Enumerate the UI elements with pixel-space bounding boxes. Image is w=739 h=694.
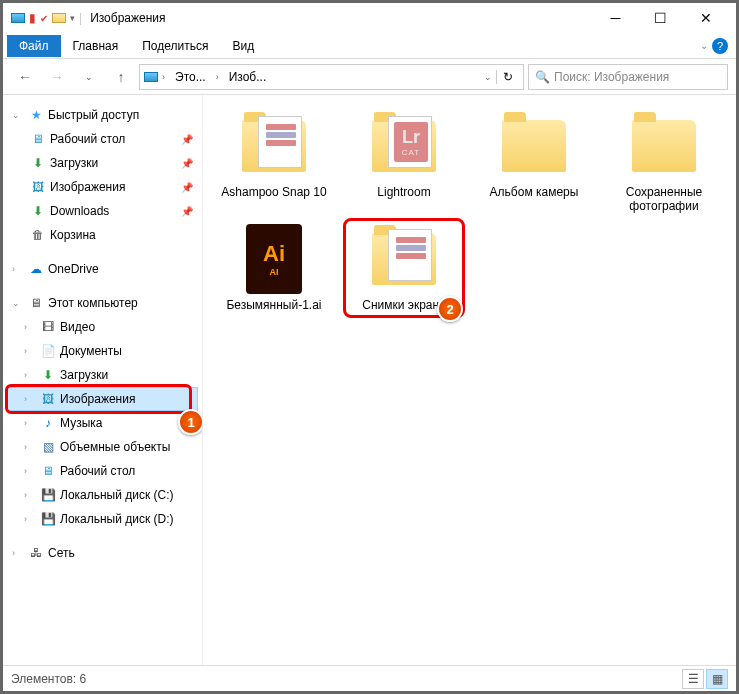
nav-pane: ⌄★Быстрый доступ 🖥Рабочий стол📌 ⬇Загрузк… xyxy=(3,95,203,665)
navbar: ← → ⌄ ↑ › Это... › Изоб... ⌄ ↻ 🔍 Поиск: … xyxy=(3,59,736,95)
address-bar[interactable]: › Это... › Изоб... ⌄ ↻ xyxy=(139,64,524,90)
sidebar-images-pc[interactable]: ›🖼Изображения xyxy=(7,387,198,411)
sidebar-disk-d[interactable]: ›💾Локальный диск (D:) xyxy=(7,507,198,531)
maximize-button[interactable]: ☐ xyxy=(638,3,683,33)
annotation-badge-1: 1 xyxy=(178,409,203,435)
pin-icon: 📌 xyxy=(181,134,193,145)
refresh-button[interactable]: ↻ xyxy=(496,70,519,84)
sidebar-recycle-bin[interactable]: 🗑Корзина xyxy=(7,223,198,247)
ribbon-expand-icon[interactable]: ⌄ xyxy=(700,40,708,51)
file-ai[interactable]: AiAI Безымянный-1.ai xyxy=(219,224,329,312)
window-title: Изображения xyxy=(90,11,165,25)
sidebar-onedrive[interactable]: ›☁OneDrive xyxy=(7,257,198,281)
breadcrumb-images[interactable]: Изоб... xyxy=(223,68,273,86)
status-bar: Элементов: 6 ☰ ▦ xyxy=(3,665,736,691)
explorer-window: ▮ ✔ ▾ | Изображения ─ ☐ ✕ Файл Главная П… xyxy=(0,0,739,694)
minimize-button[interactable]: ─ xyxy=(593,3,638,33)
sidebar-documents[interactable]: ›📄Документы xyxy=(7,339,198,363)
view-icons-button[interactable]: ▦ xyxy=(706,669,728,689)
recent-dropdown[interactable]: ⌄ xyxy=(75,63,103,91)
file-list: Ashampoo Snap 10 LrCAT Lightroom Альбом … xyxy=(203,95,736,665)
close-button[interactable]: ✕ xyxy=(683,3,728,33)
up-button[interactable]: ↑ xyxy=(107,63,135,91)
sidebar-3d-objects[interactable]: ›▧Объемные объекты xyxy=(7,435,198,459)
titlebar: ▮ ✔ ▾ | Изображения ─ ☐ ✕ xyxy=(3,3,736,33)
annotation-badge-2: 2 xyxy=(437,296,463,322)
address-dropdown-icon[interactable]: ⌄ xyxy=(484,72,492,82)
sidebar-video[interactable]: ›🎞Видео xyxy=(7,315,198,339)
forward-button[interactable]: → xyxy=(43,63,71,91)
qat-dropdown[interactable]: ▾ xyxy=(70,13,75,23)
pin-icon: 📌 xyxy=(181,182,193,193)
sidebar-desktop-pc[interactable]: ›🖥Рабочий стол xyxy=(7,459,198,483)
folder-lightroom[interactable]: LrCAT Lightroom xyxy=(349,111,459,214)
help-icon[interactable]: ? xyxy=(712,38,728,54)
sidebar-downloads-pc[interactable]: ›⬇Загрузки xyxy=(7,363,198,387)
item-count: Элементов: 6 xyxy=(11,672,86,686)
checkmark-icon: ✔ xyxy=(40,13,48,24)
tab-home[interactable]: Главная xyxy=(61,35,131,57)
pin-icon: 📌 xyxy=(181,158,193,169)
breadcrumb-pc[interactable]: Это... xyxy=(169,68,212,86)
location-icon xyxy=(144,72,158,82)
search-placeholder: Поиск: Изображения xyxy=(554,70,669,84)
ribbon: Файл Главная Поделиться Вид ⌄ ? xyxy=(3,33,736,59)
tab-view[interactable]: Вид xyxy=(220,35,266,57)
sidebar-downloads[interactable]: ⬇Загрузки📌 xyxy=(7,151,198,175)
sidebar-network[interactable]: ›🖧Сеть xyxy=(7,541,198,565)
folder-ashampoo[interactable]: Ashampoo Snap 10 xyxy=(219,111,329,214)
sidebar-this-pc[interactable]: ⌄🖥Этот компьютер xyxy=(7,291,198,315)
tab-file[interactable]: Файл xyxy=(7,35,61,57)
app-icon xyxy=(11,13,25,23)
back-button[interactable]: ← xyxy=(11,63,39,91)
folder-screenshots[interactable]: Снимки экрана 2 xyxy=(349,224,459,312)
search-icon: 🔍 xyxy=(535,70,550,84)
sidebar-downloads-en[interactable]: ⬇Downloads📌 xyxy=(7,199,198,223)
folder-icon xyxy=(52,13,66,23)
pin-icon: 📌 xyxy=(181,206,193,217)
sidebar-images[interactable]: 🖼Изображения📌 xyxy=(7,175,198,199)
sidebar-desktop[interactable]: 🖥Рабочий стол📌 xyxy=(7,127,198,151)
folder-camera-roll[interactable]: Альбом камеры xyxy=(479,111,589,214)
sidebar-music[interactable]: ›♪Музыка xyxy=(7,411,198,435)
qat-divider: ▮ xyxy=(29,11,36,25)
tab-share[interactable]: Поделиться xyxy=(130,35,220,57)
sidebar-quick-access[interactable]: ⌄★Быстрый доступ xyxy=(7,103,198,127)
sidebar-disk-c[interactable]: ›💾Локальный диск (C:) xyxy=(7,483,198,507)
search-box[interactable]: 🔍 Поиск: Изображения xyxy=(528,64,728,90)
folder-saved-pictures[interactable]: Сохраненные фотографии xyxy=(609,111,719,214)
view-details-button[interactable]: ☰ xyxy=(682,669,704,689)
